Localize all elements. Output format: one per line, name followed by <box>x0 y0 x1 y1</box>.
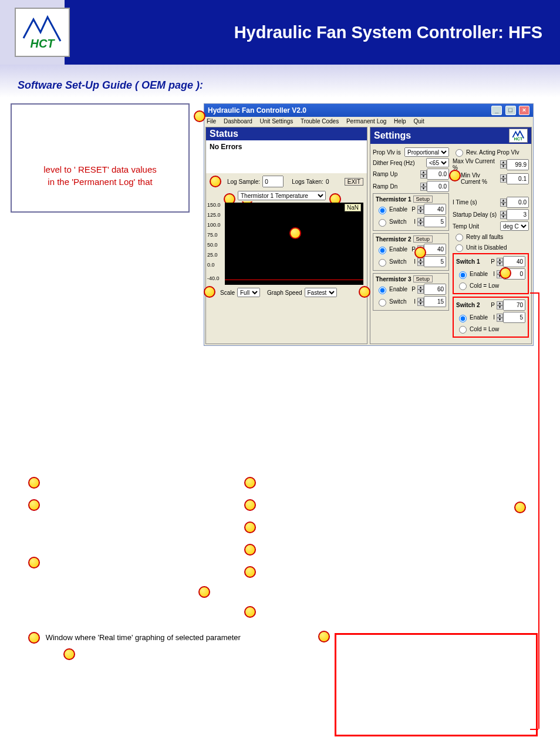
page-header: HCT Hydraulic Fan System Controller: HFS <box>0 0 560 65</box>
disabled-radio[interactable] <box>456 244 463 252</box>
graph-note-text: Window where 'Real time' graphing of sel… <box>46 633 241 642</box>
min-current-input[interactable] <box>507 173 529 184</box>
exit-button[interactable]: EXIT <box>345 178 363 186</box>
menu-unit-settings[interactable]: Unit Settings <box>260 118 294 124</box>
callout-marker <box>414 247 426 258</box>
nan-readout: NaN <box>345 204 361 211</box>
graph-wrap: 150.0 125.0 100.0 75.0 50.0 25.0 0.0 -40… <box>225 203 367 285</box>
enable-radio[interactable] <box>379 287 386 294</box>
switch-radio[interactable] <box>379 259 386 267</box>
enable-radio[interactable] <box>379 247 386 254</box>
intro-text-box: level to ' RESET' data values in the 'Pe… <box>11 103 190 213</box>
menu-file[interactable]: File <box>207 118 216 124</box>
spin-dn[interactable]: ▼ <box>500 203 507 207</box>
intro-red-line-2: in the 'Permanent Log' that <box>18 176 183 188</box>
log-sample-label: Log Sample: <box>227 179 260 185</box>
close-icon[interactable]: × <box>519 106 529 115</box>
callout-marker <box>198 586 210 598</box>
svg-text:HCT: HCT <box>30 37 55 50</box>
spin-dn[interactable]: ▼ <box>500 215 507 219</box>
baseline <box>225 280 363 280</box>
i-input[interactable] <box>424 296 446 307</box>
graph-area: NaN <box>225 203 363 285</box>
cold-low-radio[interactable] <box>459 282 467 290</box>
dither-label: Dither Freq (Hz) <box>373 160 424 166</box>
settings-panel: Settings HCT Prop Vlv is Proportional Di… <box>370 127 532 344</box>
callout-marker <box>244 606 256 618</box>
callout-marker <box>63 648 75 660</box>
disabled-label: Unit is Disabled <box>466 244 529 251</box>
connector-line <box>530 292 538 294</box>
status-panel: Status No Errors Log Sample: Logs Taken:… <box>205 127 367 344</box>
thermistor-name: Thermistor 2 <box>376 236 411 243</box>
param-dropdown[interactable]: Thermistor 1 Temperature <box>238 191 326 200</box>
p-input[interactable] <box>503 300 525 311</box>
startup-input[interactable] <box>507 209 529 220</box>
cold-low-radio[interactable] <box>459 326 467 334</box>
spin-up[interactable]: ▲ <box>500 174 507 179</box>
status-text: No Errors <box>210 143 242 151</box>
p-input[interactable] <box>424 284 446 295</box>
itime-input[interactable] <box>507 197 529 208</box>
menu-permanent-log[interactable]: Permanent Log <box>346 118 386 124</box>
app-window: Hydraulic Fan Controller V2.0 _ □ × File… <box>204 103 534 346</box>
callout-marker <box>244 566 256 578</box>
maximize-icon[interactable]: □ <box>505 106 516 115</box>
p-input[interactable] <box>503 256 525 267</box>
settings-col-right: Rev. Acting Prop Vlv Max Vlv Current % ▲… <box>453 147 529 340</box>
svg-text:HCT: HCT <box>514 136 523 141</box>
rev-acting-radio[interactable] <box>456 149 463 157</box>
menubar: File Dashboard Unit Settings Trouble Cod… <box>204 117 533 126</box>
spin-up[interactable]: ▲ <box>500 211 507 215</box>
connector-line <box>530 729 538 730</box>
i-input[interactable] <box>424 216 446 227</box>
retry-radio[interactable] <box>456 234 463 241</box>
menu-quit[interactable]: Quit <box>413 118 424 124</box>
menu-dashboard[interactable]: Dashboard <box>224 118 252 124</box>
setup-button[interactable]: Setup <box>413 235 433 243</box>
max-current-input[interactable] <box>507 159 529 170</box>
minimize-icon[interactable]: _ <box>491 106 502 115</box>
bottom-row: Window where 'Real time' graphing of sel… <box>11 628 549 747</box>
spin-up[interactable]: ▲ <box>500 160 507 164</box>
enable-radio[interactable] <box>459 315 467 322</box>
prop-vlv-dropdown[interactable]: Proportional <box>404 147 449 157</box>
spin-dn[interactable]: ▼ <box>500 179 507 183</box>
page-title: Hydraulic Fan System Controller: HFS <box>234 23 542 42</box>
setup-button[interactable]: Setup <box>413 275 433 282</box>
status-body: No Errors <box>206 140 367 173</box>
callout-marker <box>204 286 215 298</box>
setup-button[interactable]: Setup <box>413 196 433 203</box>
ramp-up-input[interactable] <box>427 169 449 180</box>
menu-trouble-codes[interactable]: Trouble Codes <box>301 118 339 124</box>
spin-up[interactable]: ▲ <box>420 183 427 187</box>
spin-dn[interactable]: ▼ <box>500 164 507 169</box>
i-input[interactable] <box>503 312 525 323</box>
enable-radio[interactable] <box>379 207 386 214</box>
spin-dn[interactable]: ▼ <box>420 174 427 179</box>
switch-radio[interactable] <box>379 299 386 307</box>
section-heading: Software Set-Up Guide ( OEM page ): <box>18 79 548 92</box>
i-input[interactable] <box>424 256 446 267</box>
temp-unit-dropdown[interactable]: deg C <box>500 221 529 231</box>
scale-label: Scale <box>220 290 235 296</box>
log-sample-input[interactable] <box>262 176 284 187</box>
ramp-dn-input[interactable] <box>427 181 449 192</box>
app-titlebar[interactable]: Hydraulic Fan Controller V2.0 _ □ × <box>204 104 533 117</box>
graph-controls: Scale Full Graph Speed Fastest <box>206 286 367 299</box>
connector-line <box>538 292 539 729</box>
spin-dn[interactable]: ▼ <box>420 187 427 191</box>
spin-up[interactable]: ▲ <box>420 170 427 174</box>
enable-radio[interactable] <box>459 271 467 279</box>
settings-col-left: Prop Vlv is Proportional Dither Freq (Hz… <box>373 147 449 340</box>
callout-marker <box>359 286 370 298</box>
menu-help[interactable]: Help <box>394 118 406 124</box>
spin-up[interactable]: ▲ <box>500 198 507 203</box>
graph-speed-dropdown[interactable]: Fastest <box>305 288 337 297</box>
scale-dropdown[interactable]: Full <box>237 288 260 297</box>
p-input[interactable] <box>424 244 446 255</box>
thermistor-name: Thermistor 1 <box>376 196 411 203</box>
switch-radio[interactable] <box>379 219 386 227</box>
dither-dropdown[interactable]: <65 <box>426 158 449 167</box>
p-input[interactable] <box>424 204 446 215</box>
